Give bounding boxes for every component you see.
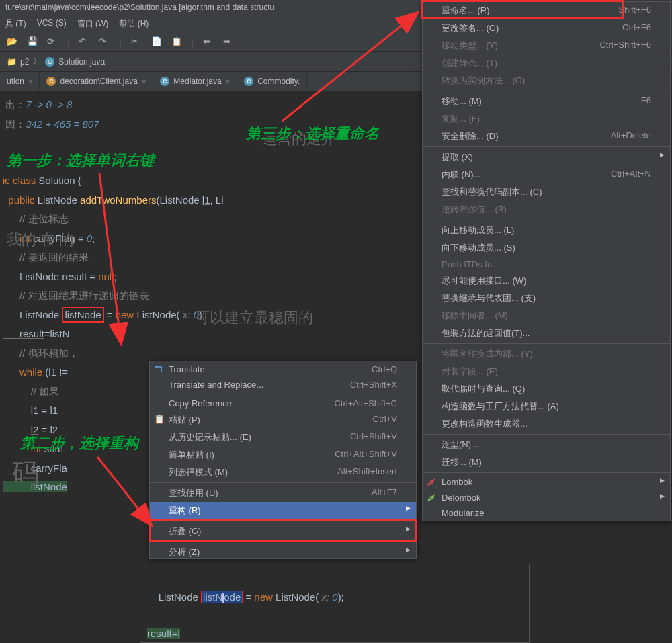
menu-rename[interactable]: 重命名... (R)Shift+F6 [423,2,670,19]
menu-safe-delete[interactable]: 安全删除... (D)Alt+Delete [423,128,670,145]
menu-lombok[interactable]: 🌶 Lombok▶ [423,474,670,490]
forward-icon[interactable]: ➡ [223,36,234,47]
menu-analyze[interactable]: 分析 (Z)▶ [150,544,416,558]
menu-paste-simple[interactable]: 简单粘贴 (I)Ctrl+Alt+Shift+V [150,446,416,464]
close-icon[interactable]: × [142,77,146,85]
menu-remove-middleman: 移除中间者... (M) [423,307,670,325]
menu-pull-up[interactable]: 向上移动成员... (L) [423,222,670,239]
submenu-arrow-icon: ▶ [660,492,665,499]
paste-icon: 📋 [154,414,165,425]
menu-encapsulate-field: 封装字段... (E) [423,363,670,380]
menu-paste[interactable]: 📋 粘贴 (P)Ctrl+V [150,411,416,429]
menu-extract[interactable]: 提取 (X)▶ [423,148,670,166]
paste-icon[interactable]: 📋 [171,36,182,47]
selected-variable[interactable]: listNode [62,307,103,323]
lombok-icon: 🌶 [427,477,437,488]
close-icon[interactable]: × [226,77,230,85]
delombok-icon: 🌶 [427,492,437,503]
menu-translate-replace[interactable]: Translate and Replace...Ctrl+Shift+X [150,377,416,392]
menu-push-itds: Push ITDs In... [423,257,670,272]
submenu-arrow-icon: ▶ [406,546,411,553]
submenu-arrow-icon: ▶ [660,477,665,484]
menu-find-duplicates[interactable]: 查找和替换代码副本... (C) [423,183,670,201]
java-icon: C [45,57,54,67]
close-icon[interactable]: × [28,77,32,85]
menu-anon-to-inner: 将匿名转换成内部... (Y) [423,345,670,363]
submenu-arrow-icon: ▶ [406,525,411,532]
java-icon: C [160,77,169,86]
copy-icon[interactable]: 📄 [151,36,162,47]
context-menu: 🗔 TranslateCtrl+Q Translate and Replace.… [149,361,417,559]
menu-refactor[interactable]: 重构 (R)▶ [150,502,416,519]
menu-create-static: 创建静态... (T) [423,54,670,72]
menu-migrate[interactable]: 迁移... (M) [423,454,670,471]
java-icon: C [46,77,56,86]
menu-paste-history[interactable]: 从历史记录粘贴... (E)Ctrl+Shift+V [150,429,416,446]
tab-client[interactable]: C decoration\Client.java × [40,72,153,91]
watermark: 码 [12,447,39,499]
rename-inline-editor[interactable]: ListNode listNode = new ListNode( x: 0);… [140,564,530,643]
submenu-arrow-icon: ▶ [660,151,665,158]
menu-move[interactable]: 移动... (M)F6 [423,93,670,110]
tab-solution[interactable]: ution × [0,72,40,91]
menu-wrap-return[interactable]: 包装方法的返回值(T)... [423,325,670,342]
refactor-submenu: 重命名... (R)Shift+F6 更改签名... (G)Ctrl+F6 移动… [422,1,671,521]
watermark: 可以建立最稳固的 [195,304,313,332]
menu-factory[interactable]: 构造函数与工厂方法代替... (A) [423,398,670,415]
save-icon[interactable]: 💾 [27,36,38,47]
submenu-arrow-icon: ▶ [406,505,411,511]
menu-fold[interactable]: 折叠 (G)▶ [150,523,416,540]
redo-icon[interactable]: ↷ [99,36,110,47]
menu-use-interface[interactable]: 尽可能使用接口... (W) [423,272,670,290]
menu-change-signature[interactable]: 更改签名... (G)Ctrl+F6 [423,19,670,37]
breadcrumb-file[interactable]: Solution.java [58,57,105,67]
menu-builder[interactable]: 更改构造函数生成器... [423,415,670,433]
menu-copy-reference[interactable]: Copy ReferenceCtrl+Alt+Shift+C [150,396,416,411]
menu-replace-temp-query[interactable]: 取代临时与查询... (Q) [423,380,670,398]
breadcrumb-folder[interactable]: p2 [20,57,29,67]
menu-column-select[interactable]: 列选择模式 (M)Alt+Shift+Insert [150,464,416,481]
menu-generic[interactable]: 泛型(N)... [423,436,670,454]
menu-tools[interactable]: 具 (T) [5,18,26,30]
tab-commodity[interactable]: C Commodity. [237,72,307,91]
menu-help[interactable]: 帮助 (H) [119,18,149,30]
menu-translate[interactable]: 🗔 TranslateCtrl+Q [150,361,416,377]
tab-mediator[interactable]: C Mediator.java × [153,72,237,91]
watermark: 我的 在 的 [7,226,74,254]
menu-window[interactable]: 窗口 (W) [77,18,109,30]
open-icon[interactable]: 📂 [7,36,17,47]
menu-vcs[interactable]: VCS (S) [37,18,67,30]
menu-delombok[interactable]: 🌶 Delombok▶ [423,490,670,505]
menu-inline[interactable]: 内联 (N)...Ctrl+Alt+N [423,166,670,183]
menu-convert-instance: 转换为实例方法... (O) [423,72,670,89]
folder-icon: 📁 [7,57,16,67]
back-icon[interactable]: ⬅ [203,36,214,47]
java-icon: C [244,77,253,86]
menu-move-class: 移动类型... (Y)Ctrl+Shift+F6 [423,37,670,54]
menu-replace-inherit[interactable]: 替换继承与代表团... (支) [423,290,670,307]
translate-icon: 🗔 [154,364,165,375]
menu-modularize[interactable]: Modularize [423,505,670,521]
menu-copy: 复制... (F) [423,110,670,128]
menu-invert-bool: 逆转布尔值... (B) [423,201,670,218]
undo-icon[interactable]: ↶ [79,36,89,47]
sync-icon[interactable]: ⟳ [47,36,58,47]
cut-icon[interactable]: ✂ [131,36,142,47]
menu-find-usage[interactable]: 查找使用 (U)Alt+F7 [150,484,416,502]
watermark: 运营的走开 [262,125,336,153]
menu-push-down[interactable]: 向下移动成员... (S) [423,239,670,257]
